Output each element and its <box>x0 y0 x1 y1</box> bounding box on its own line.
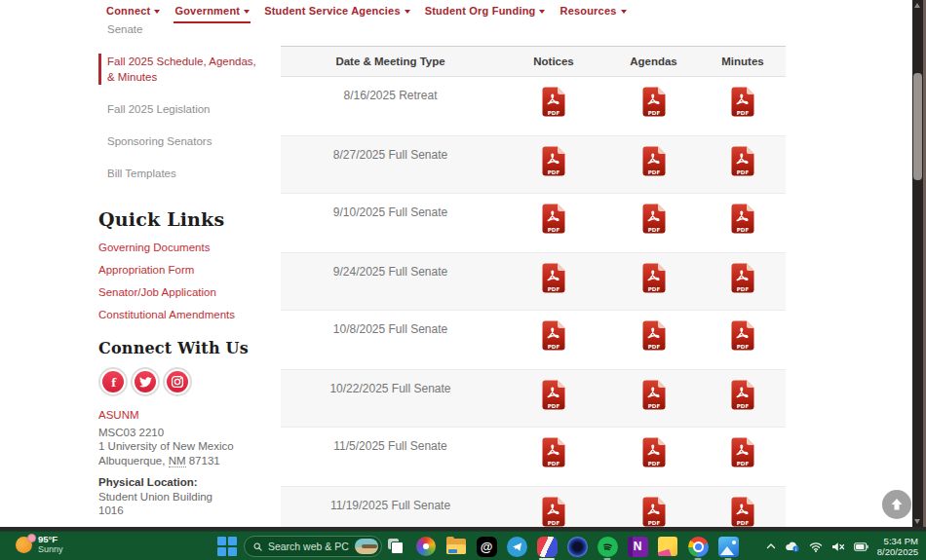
pdf-icon[interactable] <box>541 262 566 294</box>
pdf-icon[interactable] <box>730 436 755 468</box>
link-appropriation-form[interactable]: Appropriation Form <box>98 264 266 276</box>
twitter-icon[interactable] <box>131 367 160 396</box>
pdf-icon[interactable] <box>730 203 755 235</box>
chrome-icon[interactable] <box>686 535 710 558</box>
table-row: 10/22/2025 Full Senate <box>281 369 786 428</box>
taskbar-app-icons: @ N <box>384 535 740 558</box>
sidebar-item-fall-2025-legislation[interactable]: Fall 2025 Legislation <box>98 101 266 117</box>
start-button[interactable] <box>216 536 240 559</box>
pdf-icon[interactable] <box>541 86 566 118</box>
spotify-icon[interactable] <box>596 535 619 558</box>
volume-muted-icon[interactable] <box>831 541 845 552</box>
pdf-icon[interactable] <box>541 145 566 177</box>
pdf-icon[interactable] <box>641 319 667 352</box>
table-row: 11/5/2025 Full Senate <box>281 428 786 486</box>
active-browser-icon[interactable] <box>535 535 559 558</box>
table-row: 8/27/2025 Full Senate <box>281 135 786 194</box>
file-explorer-icon[interactable] <box>444 535 468 558</box>
sidebar: Senate Fall 2025 Schedule, Agendas, & Mi… <box>98 21 266 527</box>
scrollbar-thumb[interactable] <box>913 73 922 180</box>
nav-label: Student Org Funding <box>425 5 536 17</box>
photos-icon[interactable] <box>716 535 740 558</box>
pdf-icon[interactable] <box>541 319 566 352</box>
pdf-icon[interactable] <box>730 379 755 411</box>
nav-connect[interactable]: Connect <box>105 2 161 21</box>
table-row: 9/10/2025 Full Senate <box>281 194 786 252</box>
pdf-icon[interactable] <box>730 145 755 177</box>
wifi-icon[interactable] <box>809 541 823 552</box>
search-placeholder: Search web & PC <box>268 541 349 552</box>
table-row: 8/16/2025 Retreat <box>281 77 786 135</box>
sun-icon <box>16 537 32 553</box>
pdf-icon[interactable] <box>541 379 566 411</box>
sidebar-item-fall-2025-schedule[interactable]: Fall 2025 Schedule, Agendas, & Minutes <box>98 54 261 85</box>
state-abbr: NM <box>169 455 186 467</box>
address-line: 1016 <box>98 504 266 518</box>
pdf-icon[interactable] <box>641 86 667 118</box>
caret-down-icon <box>539 10 545 14</box>
copilot-icon[interactable] <box>565 535 589 558</box>
pdf-icon[interactable] <box>730 496 755 527</box>
col-header-agendas: Agendas <box>607 56 700 67</box>
tray-chevron-up-icon[interactable] <box>766 542 776 550</box>
battery-icon[interactable] <box>854 542 868 551</box>
task-view-button[interactable] <box>384 535 407 558</box>
pdf-icon[interactable] <box>730 262 755 294</box>
pdf-icon[interactable] <box>641 379 667 411</box>
sticky-notes-icon[interactable] <box>656 535 679 558</box>
meeting-date: 11/19/2025 Full Senate <box>281 496 500 527</box>
pdf-icon[interactable] <box>641 262 667 294</box>
col-header-notices: Notices <box>500 56 607 67</box>
meeting-date: 9/24/2025 Full Senate <box>281 262 500 310</box>
col-header-date: Date & Meeting Type <box>281 56 500 67</box>
nav-label: Connect <box>106 5 150 17</box>
contact-block: ASUNM MSC03 2210 1 University of New Mex… <box>98 408 266 527</box>
asunm-link[interactable]: ASUNM <box>98 408 266 423</box>
weather-widget[interactable]: 95°F Sunny <box>16 534 63 555</box>
scrollbar-up-arrow[interactable] <box>914 3 920 8</box>
sidebar-item-senate[interactable]: Senate <box>98 21 266 37</box>
pdf-icon[interactable] <box>730 86 755 118</box>
nav-resources[interactable]: Resources <box>559 2 627 21</box>
sidebar-item-sponsoring-senators[interactable]: Sponsoring Senators <box>98 133 266 149</box>
table-body: 8/16/2025 Retreat8/27/2025 Full Senate9/… <box>281 77 786 527</box>
pdf-icon[interactable] <box>730 319 755 352</box>
pdf-icon[interactable] <box>541 436 566 468</box>
onenote-icon[interactable]: N <box>626 535 649 558</box>
telegram-icon[interactable] <box>505 535 528 558</box>
pdf-icon[interactable] <box>641 145 667 177</box>
pdf-icon[interactable] <box>641 496 667 527</box>
link-constitutional-amendments[interactable]: Constitutional Amendments <box>98 309 266 320</box>
nav-label: Student Service Agencies <box>264 5 401 17</box>
nav-student-service-agencies[interactable]: Student Service Agencies <box>263 2 411 21</box>
nav-student-org-funding[interactable]: Student Org Funding <box>424 2 547 21</box>
scroll-to-top-button[interactable] <box>882 490 911 519</box>
clock-date: 8/20/2025 <box>877 546 918 557</box>
scrollbar-down-arrow[interactable] <box>914 519 920 524</box>
search-highlight-image <box>355 539 378 554</box>
meeting-date: 11/5/2025 Full Senate <box>281 436 500 486</box>
search-input[interactable]: Search web & PC <box>244 536 382 557</box>
meeting-date: 8/16/2025 Retreat <box>281 86 500 135</box>
facebook-icon[interactable]: f <box>98 367 128 396</box>
color-wheel-app-icon[interactable] <box>414 535 438 558</box>
nav-government[interactable]: Government <box>174 2 251 23</box>
scrollbar-track[interactable] <box>912 0 923 527</box>
link-senator-job-application[interactable]: Senator/Job Application <box>98 286 266 298</box>
pdf-icon[interactable] <box>641 436 667 468</box>
pdf-icon[interactable] <box>541 203 566 235</box>
svg-text:f: f <box>111 377 117 390</box>
sidebar-item-bill-templates[interactable]: Bill Templates <box>98 166 266 181</box>
instagram-icon[interactable] <box>163 367 192 396</box>
address-line: Albuquerque, NM 87131 <box>98 454 266 468</box>
pdf-icon[interactable] <box>541 496 566 527</box>
pdf-icon[interactable] <box>641 203 667 235</box>
taskbar-clock[interactable]: 5:34 PM 8/20/2025 <box>877 536 918 557</box>
meeting-date: 10/22/2025 Full Senate <box>281 379 500 427</box>
caret-down-icon <box>244 10 250 14</box>
table-row: 9/24/2025 Full Senate <box>281 252 786 311</box>
threads-icon[interactable]: @ <box>475 535 498 558</box>
link-governing-documents[interactable]: Governing Documents <box>98 242 266 253</box>
table-row: 10/8/2025 Full Senate <box>281 311 786 369</box>
onedrive-cloud-icon[interactable]: i <box>785 541 800 552</box>
